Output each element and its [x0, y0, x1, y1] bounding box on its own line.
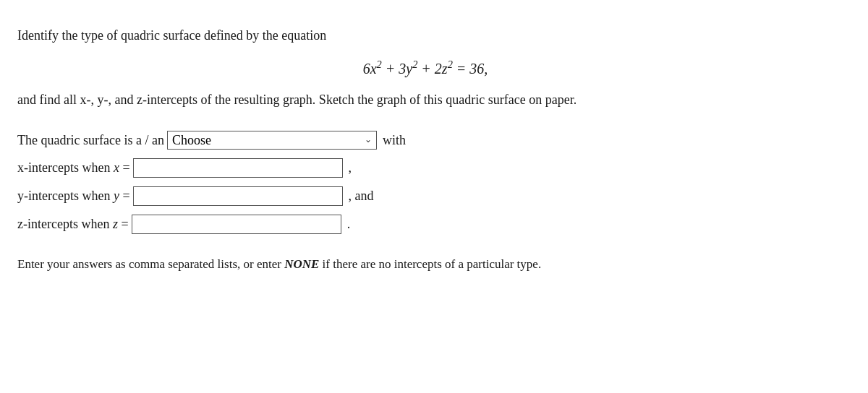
- x-intercept-suffix: ,: [349, 157, 352, 178]
- intro-text: Identify the type of quadric surface def…: [17, 26, 833, 46]
- z-intercept-suffix: .: [347, 214, 351, 235]
- z-intercept-input[interactable]: [132, 215, 341, 234]
- footer-text-part2: if there are no intercepts of a particul…: [319, 257, 541, 271]
- quadric-type-select[interactable]: Choose ellipsoid hyperboloid of one shee…: [172, 133, 372, 147]
- y-intercept-row: y-intercepts when y = , and: [17, 186, 833, 207]
- footer-text: Enter your answers as comma separated li…: [17, 255, 833, 274]
- quadric-type-row: The quadric surface is a / an Choose ell…: [17, 130, 833, 151]
- x-intercept-input[interactable]: [133, 158, 343, 178]
- footer-text-part1: Enter your answers as comma separated li…: [17, 257, 284, 271]
- form-area: The quadric surface is a / an Choose ell…: [17, 130, 833, 235]
- y-intercept-input[interactable]: [133, 186, 343, 206]
- x-intercept-row: x-intercepts when x = ,: [17, 157, 833, 178]
- quadric-type-dropdown-wrapper[interactable]: Choose ellipsoid hyperboloid of one shee…: [167, 131, 377, 150]
- z-intercept-row: z-intercepts when z = .: [17, 214, 833, 235]
- equation-display: 6x2 + 3y2 + 2z2 = 36,: [363, 61, 488, 77]
- footer-none: NONE: [284, 257, 319, 271]
- follow-text: and find all x-, y-, and z-intercepts of…: [17, 90, 833, 110]
- y-intercept-label: y-intercepts when y =: [17, 186, 130, 207]
- page-content: Identify the type of quadric surface def…: [17, 26, 833, 273]
- y-intercept-suffix: , and: [349, 186, 374, 207]
- equation-block: 6x2 + 3y2 + 2z2 = 36,: [17, 59, 833, 77]
- with-label: with: [383, 130, 406, 151]
- quadric-prefix-label: The quadric surface is a / an: [17, 130, 164, 151]
- z-intercept-label: z-intercepts when z =: [17, 214, 129, 235]
- x-intercept-label: x-intercepts when x =: [17, 157, 130, 178]
